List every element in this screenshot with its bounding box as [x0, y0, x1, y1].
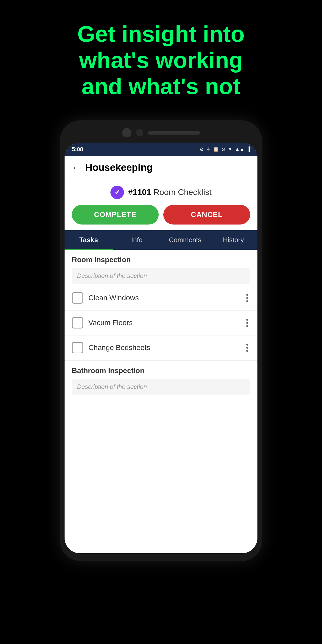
status-bar: 5:08 ⚙ ⚠ 📋 ⊘ ▼ ▲▲ ▐ — [65, 143, 257, 156]
room-inspection-description: Description of the section — [72, 268, 250, 284]
item-label-clean-windows: Clean Windows — [88, 294, 239, 302]
more-dot — [246, 344, 248, 346]
hero-text: Get insight into what's working and what… — [0, 0, 322, 115]
status-time: 5:08 — [72, 146, 83, 153]
phone-wrapper: 5:08 ⚙ ⚠ 📋 ⊘ ▼ ▲▲ ▐ ← Housekeeping — [0, 115, 322, 561]
checkbox-change-bedsheets[interactable] — [72, 342, 83, 353]
item-label-vacum-floors: Vacum Floors — [88, 319, 239, 327]
content-area: Room Inspection Description of the secti… — [65, 250, 257, 553]
tab-tasks[interactable]: Tasks — [65, 230, 113, 250]
hero-line3: and what's not — [82, 73, 240, 99]
speaker-bar — [148, 131, 200, 135]
status-icons: ⚙ ⚠ 📋 ⊘ ▼ ▲▲ ▐ — [200, 146, 250, 152]
more-dot — [246, 294, 248, 296]
task-label: Room Checklist — [153, 187, 212, 197]
more-dot — [246, 300, 248, 302]
bathroom-inspection-title: Bathroom Inspection — [72, 367, 144, 375]
checkbox-vacum-floors[interactable] — [72, 317, 83, 328]
app-title: Housekeeping — [85, 162, 153, 173]
tab-info[interactable]: Info — [113, 230, 161, 250]
signal-icon: ▲▲ — [235, 146, 244, 152]
camera-circle — [122, 128, 131, 137]
action-buttons: COMPLETE CANCEL — [65, 199, 257, 230]
room-inspection-header: Room Inspection — [65, 250, 257, 266]
tab-history[interactable]: History — [209, 230, 257, 250]
more-menu-clean-windows[interactable] — [244, 292, 250, 304]
hero-line1: Get insight into — [77, 21, 244, 47]
more-dot — [246, 347, 248, 349]
phone-screen: 5:08 ⚙ ⚠ 📋 ⊘ ▼ ▲▲ ▐ ← Housekeeping — [65, 143, 257, 553]
more-menu-change-bedsheets[interactable] — [244, 342, 250, 354]
bathroom-inspection-description: Description of the section — [72, 379, 250, 395]
tab-comments[interactable]: Comments — [161, 230, 209, 250]
tabs-bar: Tasks Info Comments History — [65, 230, 257, 250]
task-title: #1101 Room Checklist — [128, 187, 212, 197]
list-item: Clean Windows — [65, 286, 257, 311]
more-dot — [246, 322, 248, 324]
warning-icon: ⚠ — [206, 146, 211, 152]
phone-top-bar — [65, 125, 257, 141]
blocked-icon: ⊘ — [221, 146, 225, 152]
more-dot — [246, 297, 248, 299]
more-dot — [246, 325, 248, 327]
cancel-button[interactable]: CANCEL — [163, 205, 250, 225]
phone-outer: 5:08 ⚙ ⚠ 📋 ⊘ ▼ ▲▲ ▐ ← Housekeeping — [60, 120, 262, 561]
app-bar: ← Housekeeping — [65, 156, 257, 179]
item-label-change-bedsheets: Change Bedsheets — [88, 344, 239, 352]
list-item: Vacum Floors — [65, 311, 257, 335]
back-button[interactable]: ← — [72, 163, 80, 172]
hero-line2: what's working — [79, 47, 243, 73]
wifi-icon: ▼ — [228, 146, 233, 152]
battery-icon: ▐ — [247, 146, 250, 152]
list-item: Change Bedsheets — [65, 335, 257, 360]
clipboard-icon: 📋 — [213, 146, 219, 152]
settings-icon: ⚙ — [200, 146, 204, 152]
more-dot — [246, 350, 248, 352]
room-inspection-title: Room Inspection — [72, 256, 131, 264]
checkbox-clean-windows[interactable] — [72, 292, 83, 304]
task-check-icon — [110, 186, 124, 199]
more-dot — [246, 319, 248, 321]
task-number: #1101 — [128, 187, 151, 197]
task-header: #1101 Room Checklist — [65, 179, 257, 199]
complete-button[interactable]: COMPLETE — [72, 205, 159, 225]
bathroom-inspection-header: Bathroom Inspection — [65, 361, 257, 377]
more-menu-vacum-floors[interactable] — [244, 317, 250, 329]
camera-small — [136, 129, 143, 136]
